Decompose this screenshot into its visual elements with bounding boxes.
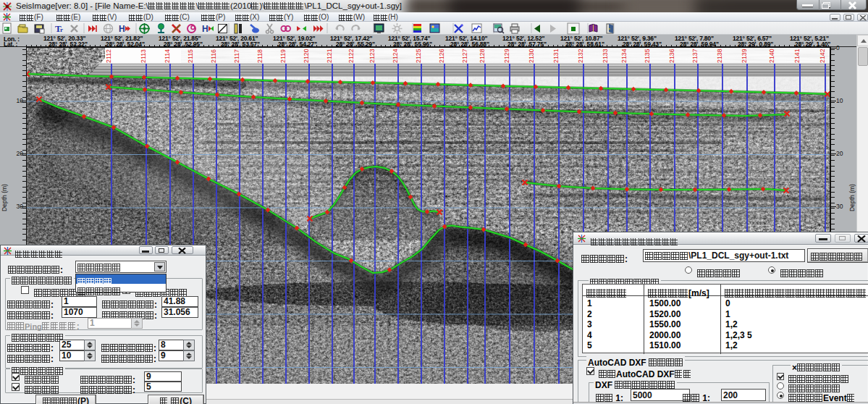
svg-text:2123: 2123 xyxy=(368,49,376,63)
svg-text:2112: 2112 xyxy=(105,49,112,63)
svg-text:H: H xyxy=(119,24,125,34)
svg-text:2139: 2139 xyxy=(741,49,748,63)
svg-text:2132: 2132 xyxy=(577,49,584,63)
svg-text:2136: 2136 xyxy=(668,49,675,63)
svg-text:2131: 2131 xyxy=(552,49,560,63)
svg-text:H: H xyxy=(202,24,208,34)
svg-text:2120: 2120 xyxy=(303,49,310,63)
svg-text:2127: 2127 xyxy=(461,49,468,63)
svg-text:2129: 2129 xyxy=(503,49,510,63)
svg-text:2121: 2121 xyxy=(326,49,333,63)
svg-text:2115: 2115 xyxy=(187,49,194,63)
svg-text:2114: 2114 xyxy=(164,49,171,63)
svg-text:2141: 2141 xyxy=(793,49,801,63)
svg-text:2119: 2119 xyxy=(279,49,287,63)
svg-text:2130: 2130 xyxy=(528,49,535,63)
svg-text:2113: 2113 xyxy=(140,49,147,63)
svg-text:2134: 2134 xyxy=(620,49,628,63)
svg-text:2118: 2118 xyxy=(256,49,264,63)
svg-text:r: r xyxy=(60,26,63,33)
svg-text:2133: 2133 xyxy=(602,49,609,63)
svg-text:2128: 2128 xyxy=(479,49,486,63)
svg-text:2126: 2126 xyxy=(438,49,445,63)
svg-text:2125: 2125 xyxy=(415,49,422,63)
svg-text:2116: 2116 xyxy=(210,49,217,63)
svg-text:2117: 2117 xyxy=(233,49,240,63)
svg-text:2124: 2124 xyxy=(392,49,399,63)
svg-text:2140: 2140 xyxy=(768,49,775,63)
svg-text:2142: 2142 xyxy=(819,49,826,63)
svg-text:2137: 2137 xyxy=(691,49,699,63)
svg-text:2135: 2135 xyxy=(644,49,651,63)
svg-text:2122: 2122 xyxy=(347,49,355,63)
svg-text:2138: 2138 xyxy=(716,49,723,63)
